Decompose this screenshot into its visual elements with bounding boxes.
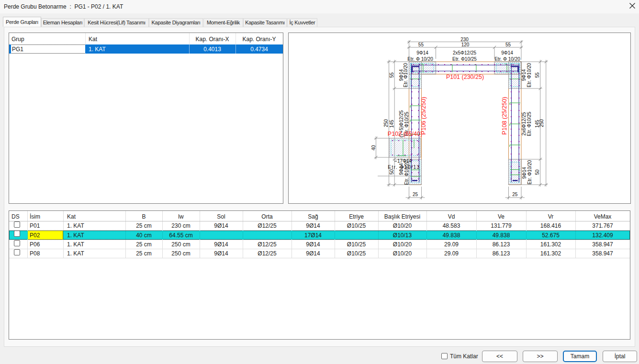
svg-text:250: 250 [383, 119, 389, 127]
svg-text:9Φ14: 9Φ14 [521, 69, 527, 81]
svg-text:Etr. Φ 10/20: Etr. Φ 10/20 [407, 56, 433, 62]
svg-text:P102 (65/40): P102 (65/40) [388, 131, 422, 137]
svg-text:230: 230 [460, 37, 469, 42]
svg-text:9Φ14: 9Φ14 [416, 50, 428, 55]
svg-text:250: 250 [539, 119, 544, 127]
svg-text:2x6Φ12/25: 2x6Φ12/25 [521, 112, 527, 136]
svg-text:17Φ14: 17Φ14 [397, 158, 412, 164]
svg-text:55: 55 [418, 42, 424, 47]
svg-text:Etr. Φ10/20: Etr. Φ10/20 [527, 63, 532, 87]
svg-text:P108 (25/250): P108 (25/250) [501, 97, 508, 134]
svg-text:Etr. Φ10/25: Etr. Φ10/25 [527, 111, 532, 136]
svg-text:P101 (230/25): P101 (230/25) [446, 74, 484, 80]
svg-text:25: 25 [413, 192, 418, 197]
svg-text:55: 55 [389, 72, 394, 78]
svg-text:2x5Φ12/25: 2x5Φ12/25 [453, 50, 477, 55]
svg-text:55: 55 [535, 72, 540, 78]
svg-text:Etr. Φ10/20: Etr. Φ10/20 [403, 63, 408, 87]
svg-text:50: 50 [535, 169, 540, 175]
svg-text:Etr. Φ10/13: Etr. Φ10/13 [388, 165, 420, 170]
svg-text:145: 145 [389, 120, 394, 128]
svg-text:40: 40 [371, 145, 376, 151]
svg-text:Etr. Φ10/25: Etr. Φ10/25 [452, 56, 477, 62]
svg-text:Etr. Φ10/20: Etr. Φ10/20 [527, 160, 532, 184]
svg-text:25: 25 [512, 192, 518, 197]
svg-text:P106 (25/250): P106 (25/250) [420, 97, 427, 134]
svg-text:120: 120 [461, 42, 470, 47]
svg-text:50: 50 [389, 169, 394, 175]
svg-text:9Φ14: 9Φ14 [522, 167, 527, 179]
svg-text:Etr. Φ 10/20: Etr. Φ 10/20 [494, 56, 520, 62]
svg-text:9Φ14: 9Φ14 [501, 50, 513, 55]
svg-text:55: 55 [505, 42, 511, 47]
